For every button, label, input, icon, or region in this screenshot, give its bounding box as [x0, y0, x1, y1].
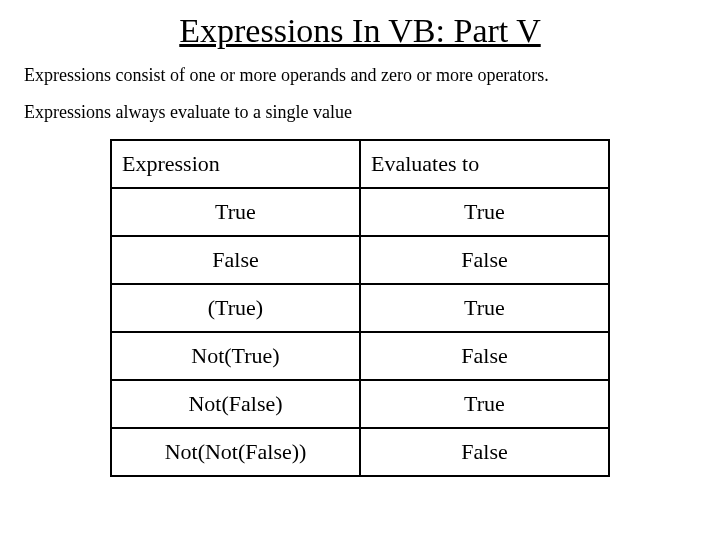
body-paragraph: Expressions always evaluate to a single … — [24, 101, 700, 124]
table-row: Not(False) True — [111, 380, 609, 428]
table-cell: True — [360, 284, 609, 332]
table-header-row: Expression Evaluates to — [111, 140, 609, 188]
table-row: True True — [111, 188, 609, 236]
table-cell: Not(False) — [111, 380, 360, 428]
slide: Expressions In VB: Part V Expressions co… — [0, 0, 720, 540]
table-cell: False — [111, 236, 360, 284]
table-row: Not(Not(False)) False — [111, 428, 609, 476]
table-cell: True — [360, 380, 609, 428]
table-cell: Not(True) — [111, 332, 360, 380]
table-cell: True — [360, 188, 609, 236]
table-header-cell: Evaluates to — [360, 140, 609, 188]
table-row: Not(True) False — [111, 332, 609, 380]
table-cell: False — [360, 236, 609, 284]
table-cell: (True) — [111, 284, 360, 332]
table-cell: Not(Not(False)) — [111, 428, 360, 476]
body-paragraph: Expressions consist of one or more opera… — [24, 64, 700, 87]
table-row: (True) True — [111, 284, 609, 332]
table-header-cell: Expression — [111, 140, 360, 188]
table-row: False False — [111, 236, 609, 284]
table-cell: False — [360, 428, 609, 476]
expressions-table: Expression Evaluates to True True False … — [110, 139, 610, 477]
slide-title: Expressions In VB: Part V — [20, 12, 700, 50]
table-cell: False — [360, 332, 609, 380]
table-cell: True — [111, 188, 360, 236]
table-container: Expression Evaluates to True True False … — [20, 139, 700, 477]
